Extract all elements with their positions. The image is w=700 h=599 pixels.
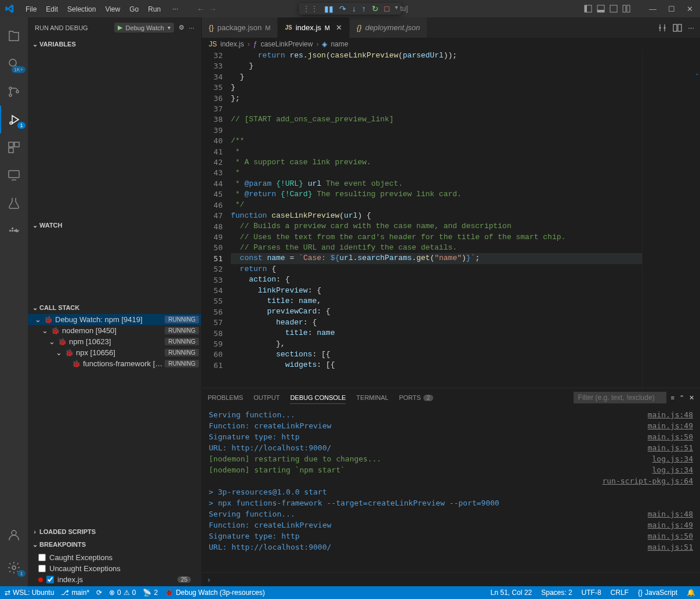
svg-rect-17 [12, 230, 13, 232]
svg-rect-1 [585, 5, 587, 12]
debug-console[interactable]: Serving function...main.js:48Function: c… [202, 407, 700, 572]
breadcrumb[interactable]: JS index.js › ƒ caseLinkPreview › ◈ name [202, 38, 700, 50]
remote-indicator[interactable]: ⇄WSL: Ubuntu [5, 589, 54, 597]
svg-rect-6 [627, 5, 630, 12]
split-icon[interactable] [673, 23, 682, 33]
section-callstack[interactable]: ⌄CALL STACK [28, 301, 201, 314]
panel-chevron-icon[interactable]: ⌃ [679, 394, 684, 402]
svg-rect-18 [14, 230, 16, 232]
remote-explorer-icon[interactable] [0, 161, 28, 189]
callstack-row[interactable]: 🐞functions-framework [106…RUNNING [28, 358, 201, 369]
accounts-icon[interactable] [0, 521, 28, 549]
extensions-icon[interactable] [0, 133, 28, 161]
step-out-icon[interactable]: ↑ [362, 4, 366, 13]
minimize-icon[interactable]: — [647, 5, 659, 13]
menu-file[interactable]: File [21, 5, 41, 13]
pause-icon[interactable]: ▮▮ [324, 4, 333, 13]
callstack-row[interactable]: ⌄🐞npm [10623]RUNNING [28, 336, 201, 347]
callstack-row[interactable]: ⌄🐞npx [10656]RUNNING [28, 347, 201, 358]
variable-icon: ◈ [322, 40, 327, 48]
menu-go[interactable]: Go [125, 5, 143, 13]
status-bar: ⇄WSL: Ubuntu ⎇main* ⟳ ⊗0 ⚠0 📡2 🐞Debug Wa… [0, 586, 700, 599]
layout-right-icon[interactable] [610, 5, 618, 13]
remote-icon: ⇄ [5, 589, 10, 597]
tab-package-json[interactable]: {}package.jsonM [202, 17, 278, 38]
debug-config-selector[interactable]: ▶ Debug Watch ▾ [114, 23, 174, 33]
section-variables[interactable]: ⌄VARIABLES [28, 38, 201, 50]
problems-indicator[interactable]: ⊗0 ⚠0 [109, 589, 136, 597]
panel-close-icon[interactable]: ✕ [689, 394, 694, 402]
chevron-down-icon: ▾ [168, 24, 171, 31]
tab-ports[interactable]: PORTS2 [399, 392, 433, 403]
debug-dropdown-icon[interactable]: ▾ [395, 4, 398, 13]
tab-deployment-json[interactable]: {}deployment.json [350, 17, 427, 38]
stop-icon[interactable]: □ [385, 4, 389, 13]
search-icon[interactable]: 1K+ [0, 50, 28, 78]
console-input[interactable]: › [202, 572, 700, 586]
menu-edit[interactable]: Edit [41, 5, 63, 13]
minimap[interactable] [642, 50, 700, 388]
tab-debug-console[interactable]: DEBUG CONSOLE [290, 392, 346, 404]
sync-icon: ⟳ [96, 589, 102, 597]
settings-icon[interactable]: 1 [0, 554, 28, 582]
section-watch[interactable]: ⌄WATCH [28, 219, 201, 232]
maximize-icon[interactable]: ☐ [666, 5, 677, 13]
callstack-row[interactable]: ⌄🐞Debug Watch: npm [9419]RUNNING [28, 314, 201, 325]
vscode-logo-icon [5, 4, 14, 13]
svg-rect-19 [12, 228, 13, 229]
svg-point-7 [9, 59, 16, 66]
svg-rect-5 [623, 5, 626, 12]
gear-icon[interactable]: ⚙ [179, 24, 184, 31]
cursor-position[interactable]: Ln 51, Col 22 [491, 589, 532, 597]
callstack-row[interactable]: ⌄🐞nodemon [9450]RUNNING [28, 325, 201, 336]
section-loaded-scripts[interactable]: ›LOADED SCRIPTS [28, 525, 201, 538]
section-breakpoints[interactable]: ⌄BREAKPOINTS [28, 538, 201, 551]
step-over-icon[interactable]: ↷ [339, 4, 346, 13]
explorer-icon[interactable] [0, 22, 28, 50]
drag-handle-icon[interactable]: ⋮⋮ [302, 4, 318, 13]
ports-indicator[interactable]: 📡2 [143, 589, 158, 597]
close-tab-icon[interactable]: ✕ [336, 23, 342, 32]
menu-selection[interactable]: Selection [63, 5, 100, 13]
layout-custom-icon[interactable] [622, 5, 630, 13]
layout-bottom-icon[interactable] [597, 5, 605, 13]
svg-rect-4 [610, 5, 617, 12]
close-icon[interactable]: ✕ [684, 5, 695, 13]
filter-settings-icon[interactable]: ≡ [671, 394, 674, 401]
menu-run[interactable]: Run [143, 5, 165, 13]
menu-more[interactable]: ··· [168, 5, 183, 13]
debug-icon[interactable]: 1 [0, 106, 28, 133]
indent-indicator[interactable]: Spaces: 2 [541, 589, 572, 597]
nav-forward-icon[interactable]: → [209, 5, 216, 13]
source-control-icon[interactable] [0, 78, 28, 106]
debug-target-indicator[interactable]: 🐞Debug Watch (3p-resources) [165, 589, 265, 597]
layout-left-icon[interactable] [584, 5, 592, 13]
nav-back-icon[interactable]: ← [197, 5, 204, 13]
encoding-indicator[interactable]: UTF-8 [582, 589, 601, 597]
step-into-icon[interactable]: ↓ [352, 4, 356, 13]
docker-icon[interactable] [0, 217, 28, 245]
restart-icon[interactable]: ↻ [372, 4, 379, 13]
console-filter-input[interactable] [574, 392, 666, 403]
breakpoint-uncaught[interactable]: Uncaught Exceptions [28, 563, 201, 574]
testing-icon[interactable] [0, 189, 28, 217]
language-indicator[interactable]: {} JavaScript [638, 589, 677, 597]
tab-output[interactable]: OUTPUT [253, 392, 280, 403]
svg-rect-22 [673, 24, 677, 31]
svg-rect-16 [9, 230, 11, 232]
tab-more-icon[interactable]: ··· [688, 23, 694, 32]
menu-view[interactable]: View [100, 5, 125, 13]
git-branch[interactable]: ⎇main* [61, 589, 89, 597]
eol-indicator[interactable]: CRLF [611, 589, 629, 597]
line-gutter[interactable]: 3233343536373839404142434445464748495051… [202, 50, 231, 388]
sync-indicator[interactable]: ⟳ [96, 589, 102, 597]
notifications-icon[interactable]: 🔔 [687, 589, 695, 597]
code-editor[interactable]: return res.json(caseLinkPreview(parsedUr… [231, 50, 642, 388]
more-icon[interactable]: ··· [189, 24, 194, 31]
tab-terminal[interactable]: TERMINAL [356, 392, 389, 403]
breakpoint-file[interactable]: index.js25 [28, 574, 201, 585]
breakpoint-caught[interactable]: Caught Exceptions [28, 552, 201, 563]
tab-problems[interactable]: PROBLEMS [208, 392, 243, 403]
tab-index-js[interactable]: JSindex.jsM✕ [278, 17, 349, 38]
compare-icon[interactable] [658, 23, 667, 33]
